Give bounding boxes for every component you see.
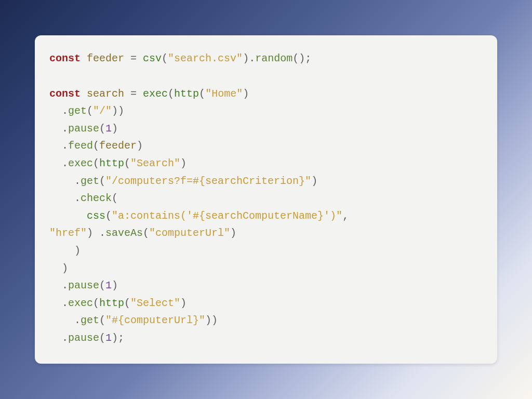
code-token-pun: (: [99, 280, 105, 291]
code-token-pun: (: [162, 52, 168, 64]
code-token-str: "Search": [130, 157, 180, 169]
code-token-id: feeder: [87, 52, 124, 64]
code-token-pun: (: [124, 157, 130, 169]
code-token-num: 1: [105, 280, 112, 291]
code-token-pun: ): [49, 245, 81, 257]
code-token-pun: ) .: [87, 227, 105, 239]
code-token-str: "href": [49, 227, 87, 239]
code-token-str: "/": [93, 105, 112, 117]
code-token-str: "a:contains('#{searchComputerName}')": [112, 210, 342, 222]
code-token-pun: =: [124, 88, 143, 100]
code-token-pun: (: [99, 332, 105, 344]
code-token-num: 1: [105, 332, 112, 344]
code-token-pun: (: [87, 105, 93, 117]
code-token-pun: (: [93, 140, 99, 152]
code-token-pun: (: [112, 192, 118, 204]
code-token-mth: exec: [68, 157, 93, 169]
code-token-pun: .: [49, 140, 68, 152]
code-token-pun: ,: [342, 210, 349, 222]
code-token-pun: (: [93, 157, 99, 169]
code-token-pun: (: [99, 314, 105, 326]
code-token-pun: (: [93, 297, 99, 309]
code-block: const feeder = csv("search.csv").random(…: [49, 50, 483, 347]
code-token-pun: ): [180, 157, 187, 169]
code-token-kw: const: [49, 88, 81, 100]
code-token-pun: (: [124, 297, 130, 309]
code-token-mth: exec: [68, 297, 93, 309]
code-token-pun: ): [137, 140, 143, 152]
code-token-mth: feed: [68, 140, 93, 152]
code-token-pun: [81, 88, 87, 100]
code-token-num: 1: [105, 123, 112, 135]
code-token-pun: .: [49, 175, 81, 187]
code-token-mth: pause: [68, 332, 99, 344]
code-token-pun: );: [112, 332, 124, 344]
code-token-fn: http: [99, 157, 124, 169]
code-token-pun: .: [49, 332, 68, 344]
code-token-mth: get: [68, 105, 87, 117]
code-token-mth: random: [255, 52, 292, 64]
code-token-mth: get: [81, 175, 99, 187]
code-token-mth: check: [81, 192, 112, 204]
code-token-kw: const: [49, 52, 81, 64]
code-token-id: feeder: [99, 140, 137, 152]
code-token-str: "Home": [205, 88, 243, 100]
code-card: const feeder = csv("search.csv").random(…: [35, 35, 497, 363]
code-token-pun: (: [99, 123, 105, 135]
code-token-str: "#{computerUrl}": [105, 314, 205, 326]
code-token-pun: )): [205, 314, 218, 326]
code-token-pun: ): [49, 262, 68, 274]
code-token-fn: exec: [143, 88, 168, 100]
code-token-pun: [81, 52, 87, 64]
code-token-mth: pause: [68, 123, 99, 135]
code-token-pun: ();: [292, 52, 311, 64]
code-token-pun: ): [112, 280, 118, 291]
code-token-fn: http: [174, 88, 199, 100]
code-token-pun: =: [124, 52, 143, 64]
code-token-pun: (: [199, 88, 205, 100]
code-token-pun: ).: [243, 52, 255, 64]
code-token-pun: ): [112, 123, 118, 135]
code-token-pun: .: [49, 280, 68, 291]
code-token-mth: pause: [68, 280, 99, 291]
code-token-pun: )): [112, 105, 124, 117]
code-token-pun: .: [49, 157, 68, 169]
code-token-pun: (: [168, 88, 174, 100]
code-token-pun: (: [105, 210, 112, 222]
code-token-pun: (: [99, 175, 105, 187]
code-token-str: "/computers?f=#{searchCriterion}": [105, 175, 311, 187]
code-token-pun: .: [49, 105, 68, 117]
code-token-mth: get: [81, 314, 99, 326]
code-token-pun: (: [143, 227, 149, 239]
code-token-pun: ): [311, 175, 317, 187]
code-token-pun: .: [49, 192, 81, 204]
code-token-pun: .: [49, 297, 68, 309]
code-token-str: "computerUrl": [149, 227, 230, 239]
code-token-str: "Select": [130, 297, 180, 309]
code-token-pun: .: [49, 314, 81, 326]
code-token-fn: csv: [143, 52, 162, 64]
code-token-fn: http: [99, 297, 124, 309]
code-token-pun: .: [49, 123, 68, 135]
code-token-pun: ): [180, 297, 187, 309]
code-token-id: search: [87, 88, 124, 100]
code-token-pun: ): [230, 227, 236, 239]
code-token-mth: saveAs: [105, 227, 143, 239]
code-token-pun: [49, 210, 87, 222]
code-token-fn: css: [87, 210, 105, 222]
code-token-str: "search.csv": [168, 52, 243, 64]
code-token-pun: ): [243, 88, 249, 100]
